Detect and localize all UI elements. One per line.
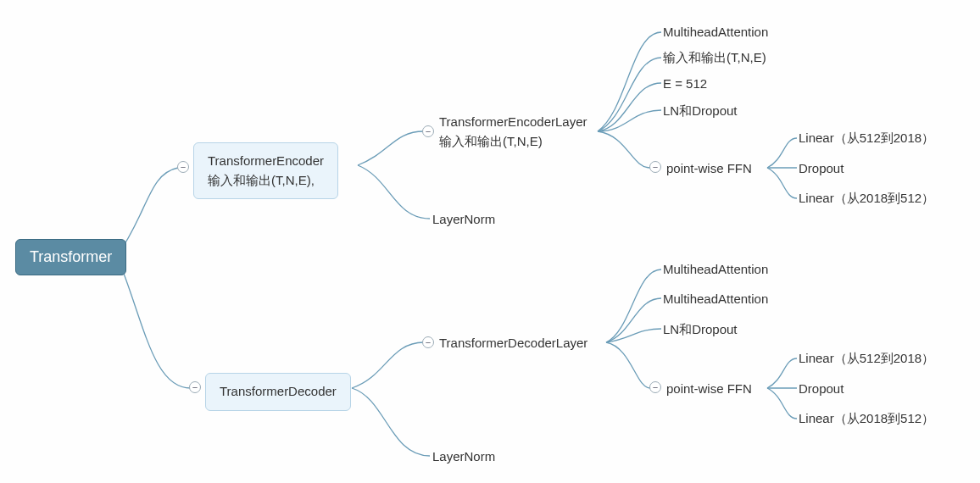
dec-ffn-dropout-label: Dropout xyxy=(799,381,844,396)
enc-ffn-node[interactable]: point-wise FFN xyxy=(666,159,752,179)
enc-ffn-linear2-label: Linear（从2018到512） xyxy=(799,191,934,205)
enc-ffn-dropout-label: Dropout xyxy=(799,161,844,175)
enc-io-label: 输入和输出(T,N,E) xyxy=(663,50,766,64)
enc-lndropout-label: LN和Dropout xyxy=(663,103,738,118)
dec-ffn-dropout-node[interactable]: Dropout xyxy=(799,380,844,399)
toggle-encoder[interactable] xyxy=(177,161,189,173)
dec-ffn-label: point-wise FFN xyxy=(666,381,752,396)
enc-ffn-linear1-node[interactable]: Linear（从512到2018） xyxy=(799,129,934,148)
enc-e512-label: E = 512 xyxy=(663,76,707,91)
toggle-enc-ffn[interactable] xyxy=(649,161,661,173)
encoder-label-2: 输入和输出(T,N,E), xyxy=(208,171,324,191)
dec-lndropout-label: LN和Dropout xyxy=(663,322,738,336)
encoder-layer-label-1: TransformerEncoderLayer xyxy=(439,113,587,132)
enc-lndropout-node[interactable]: LN和Dropout xyxy=(663,102,738,121)
decoder-layernorm-label: LayerNorm xyxy=(432,449,495,464)
root-label: Transformer xyxy=(30,248,112,265)
dec-ffn-linear1-node[interactable]: Linear（从512到2018） xyxy=(799,349,934,369)
encoder-layer-node[interactable]: TransformerEncoderLayer 输入和输出(T,N,E) xyxy=(439,113,587,151)
decoder-node[interactable]: TransformerDecoder xyxy=(205,373,351,411)
toggle-encoder-layer[interactable] xyxy=(422,125,434,137)
dec-ffn-linear2-label: Linear（从2018到512） xyxy=(799,411,934,425)
encoder-layernorm-node[interactable]: LayerNorm xyxy=(432,210,495,230)
toggle-decoder[interactable] xyxy=(189,381,201,393)
dec-mha1-node[interactable]: MultiheadAttention xyxy=(663,260,768,280)
encoder-layer-label-2: 输入和输出(T,N,E) xyxy=(439,132,587,152)
enc-ffn-label: point-wise FFN xyxy=(666,161,752,175)
dec-ffn-linear2-node[interactable]: Linear（从2018到512） xyxy=(799,409,934,429)
dec-ffn-node[interactable]: point-wise FFN xyxy=(666,380,752,399)
dec-mha2-node[interactable]: MultiheadAttention xyxy=(663,290,768,309)
decoder-layer-node[interactable]: TransformerDecoderLayer xyxy=(439,334,587,353)
encoder-layernorm-label: LayerNorm xyxy=(432,212,495,226)
enc-io-node[interactable]: 输入和输出(T,N,E) xyxy=(663,48,766,68)
dec-mha1-label: MultiheadAttention xyxy=(663,262,768,276)
enc-ffn-linear2-node[interactable]: Linear（从2018到512） xyxy=(799,189,934,208)
enc-ffn-linear1-label: Linear（从512到2018） xyxy=(799,130,934,145)
enc-e512-node[interactable]: E = 512 xyxy=(663,75,707,94)
dec-mha2-label: MultiheadAttention xyxy=(663,291,768,306)
decoder-label: TransformerDecoder xyxy=(220,384,337,398)
root-node[interactable]: Transformer xyxy=(15,239,126,275)
toggle-dec-ffn[interactable] xyxy=(649,381,661,393)
encoder-node[interactable]: TransformerEncoder 输入和输出(T,N,E), xyxy=(193,142,338,199)
dec-ffn-linear1-label: Linear（从512到2018） xyxy=(799,351,934,365)
decoder-layernorm-node[interactable]: LayerNorm xyxy=(432,447,495,467)
encoder-label-1: TransformerEncoder xyxy=(208,152,324,171)
toggle-decoder-layer[interactable] xyxy=(422,336,434,348)
enc-mha-label: MultiheadAttention xyxy=(663,25,768,39)
decoder-layer-label: TransformerDecoderLayer xyxy=(439,336,587,350)
enc-mha-node[interactable]: MultiheadAttention xyxy=(663,23,768,42)
dec-lndropout-node[interactable]: LN和Dropout xyxy=(663,320,738,340)
enc-ffn-dropout-node[interactable]: Dropout xyxy=(799,159,844,179)
